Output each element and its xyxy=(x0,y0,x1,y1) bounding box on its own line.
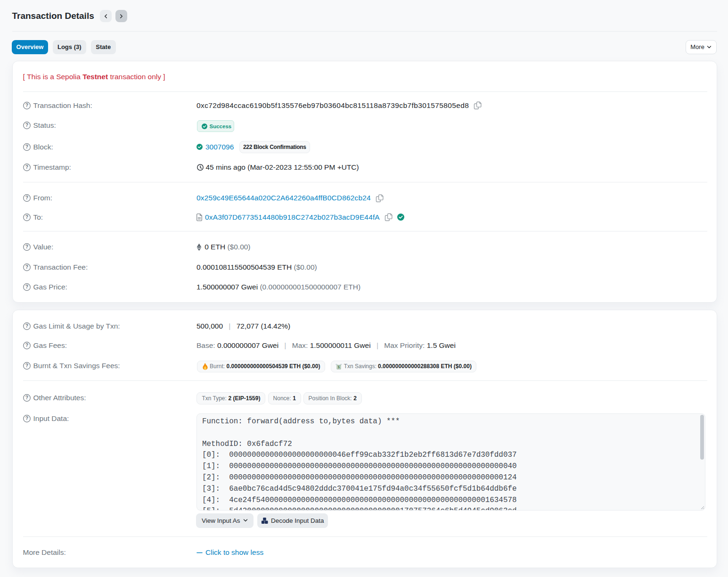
svg-text:?: ? xyxy=(25,323,28,329)
svg-text:?: ? xyxy=(25,214,28,220)
svg-text:$: $ xyxy=(338,365,340,369)
svg-text:?: ? xyxy=(25,342,28,348)
svg-text:?: ? xyxy=(25,195,28,200)
svg-text:?: ? xyxy=(25,395,28,400)
svg-text:?: ? xyxy=(25,415,28,421)
svg-text:?: ? xyxy=(25,284,28,289)
svg-text:?: ? xyxy=(25,122,28,128)
svg-text:?: ? xyxy=(25,144,28,149)
svg-text:?: ? xyxy=(25,102,28,108)
svg-text:?: ? xyxy=(25,363,28,368)
svg-text:?: ? xyxy=(25,244,28,249)
svg-text:?: ? xyxy=(25,164,28,170)
svg-text:?: ? xyxy=(25,264,28,270)
